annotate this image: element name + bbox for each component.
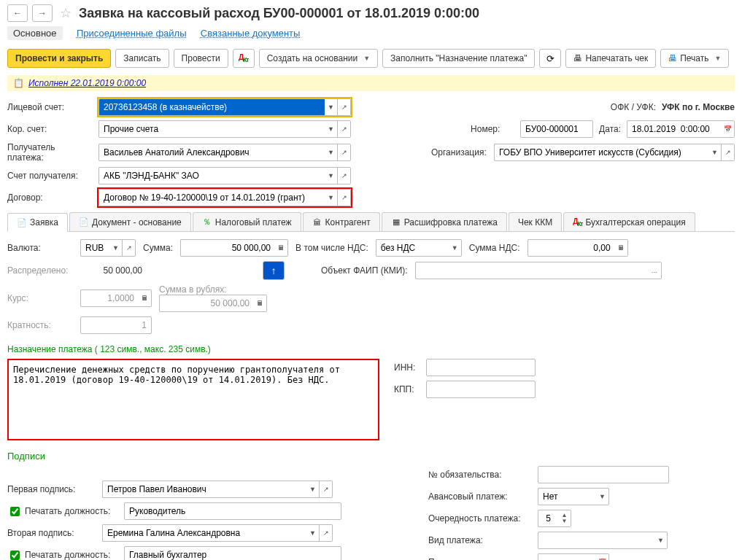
date-input[interactable]	[627, 120, 722, 138]
kpp-input[interactable]	[426, 381, 536, 398]
dropdown-icon[interactable]: ▼	[109, 239, 123, 257]
star-icon[interactable]: ☆	[57, 5, 74, 21]
spinner-icon[interactable]: ▲▼	[558, 510, 571, 527]
print-pos1-check[interactable]: Печатать должность:	[7, 505, 117, 518]
doc-icon: 📄	[17, 217, 27, 228]
fill-purpose-button[interactable]: Заполнить "Назначение платежа"	[382, 49, 535, 68]
sum-input[interactable]	[180, 239, 275, 257]
inn-input[interactable]	[426, 359, 536, 376]
pos2-input[interactable]	[124, 546, 341, 560]
vat-sum-input[interactable]	[527, 239, 615, 257]
account-input[interactable]	[98, 98, 325, 116]
open-icon[interactable]: ↗	[320, 481, 333, 498]
order-input[interactable]	[538, 510, 558, 527]
print-pos2-check[interactable]: Печатать должность:	[7, 548, 117, 561]
oblig-input[interactable]	[538, 466, 669, 483]
percent-icon: ％	[202, 217, 212, 228]
open-icon[interactable]: ↗	[338, 98, 351, 116]
currency-input[interactable]	[80, 239, 109, 257]
top-tab-linked[interactable]: Связанные документы	[201, 28, 301, 39]
tab-request[interactable]: 📄Заявка	[7, 213, 68, 232]
payee-input[interactable]	[98, 144, 325, 161]
status-link[interactable]: Исполнен 22.01.2019 0:00:00	[28, 78, 146, 88]
kor-input[interactable]	[98, 120, 325, 138]
dropdown-icon[interactable]: ▼	[708, 144, 722, 161]
top-tab-attached[interactable]: Присоединенные файлы	[77, 28, 187, 39]
tab-basis[interactable]: 📄Документ - основание	[69, 212, 191, 231]
payee-acc-input[interactable]	[98, 167, 325, 184]
pos1-input[interactable]	[124, 502, 341, 520]
open-icon[interactable]: ↗	[338, 144, 351, 161]
number-label: Номер:	[471, 124, 514, 134]
tab-kkm[interactable]: Чек ККМ	[509, 212, 562, 231]
dropdown-icon[interactable]: ▼	[325, 167, 338, 184]
post-button[interactable]: Провести	[174, 49, 228, 68]
faip-input[interactable]	[415, 262, 649, 279]
payee-combo[interactable]: ▼ ↗	[98, 144, 351, 161]
dropdown-icon[interactable]: ▼	[325, 120, 338, 138]
dropdown-icon[interactable]: ▼	[449, 239, 462, 257]
dropdown-icon[interactable]: ▼	[306, 481, 320, 498]
calc-icon[interactable]: 🖩	[275, 239, 288, 257]
dkt-icon-button[interactable]: ДКт	[233, 49, 255, 68]
tab-contractor[interactable]: 🏛Контрагент	[303, 212, 380, 231]
status-icon: 📋	[13, 78, 24, 88]
tab-accounting[interactable]: ДКтБухгалтерская операция	[563, 212, 695, 231]
advance-label: Авансовый платеж:	[428, 491, 530, 502]
rate-label: Курс:	[7, 293, 73, 303]
save-button[interactable]: Записать	[115, 49, 169, 68]
open-icon[interactable]: ↗	[320, 524, 333, 542]
post-and-close-button[interactable]: Провести и закрыть	[7, 49, 111, 68]
kor-combo[interactable]: ▼ ↗	[98, 120, 351, 138]
sign1-input[interactable]	[102, 481, 306, 498]
tab-decode[interactable]: ▦Расшифровка платежа	[382, 212, 507, 231]
advance-input[interactable]	[538, 488, 596, 505]
account-label: Лицевой счет:	[7, 102, 91, 112]
sign2-input[interactable]	[102, 524, 306, 542]
deadline-input[interactable]	[538, 553, 596, 560]
calendar-icon[interactable]: 📅	[596, 553, 609, 560]
contract-combo[interactable]: ▼ ↗	[98, 189, 351, 206]
nav-back[interactable]: ←	[7, 4, 28, 22]
print-cheque-button[interactable]: 🖶Напечатать чек	[565, 49, 656, 68]
ellipsis-icon[interactable]: …	[649, 262, 662, 279]
open-icon[interactable]: ↗	[338, 120, 351, 138]
refresh-icon-button[interactable]: ⟳	[539, 49, 561, 68]
org-input[interactable]	[494, 144, 708, 161]
payee-acc-label: Счет получателя:	[7, 171, 91, 181]
print-button[interactable]: 🖶Печать▼	[660, 49, 729, 68]
dropdown-icon[interactable]: ▼	[654, 532, 668, 549]
distributed-value: 50 000,00	[80, 265, 142, 276]
calc-icon[interactable]: 🖩	[615, 239, 628, 257]
number-input[interactable]	[520, 120, 593, 138]
dropdown-icon[interactable]: ▼	[325, 189, 338, 206]
payee-acc-combo[interactable]: ▼ ↗	[98, 167, 351, 184]
sign-header: Подписи	[7, 451, 735, 462]
contract-label: Договор:	[7, 192, 91, 203]
paytype-label: Вид платежа:	[428, 535, 530, 545]
dropdown-icon[interactable]: ▼	[325, 98, 338, 116]
up-arrow-button[interactable]: ↑	[263, 261, 285, 280]
paytype-input[interactable]	[538, 532, 654, 549]
purpose-textarea[interactable]: Перечисление денежных средств по поручен…	[7, 359, 379, 440]
tab-tax[interactable]: ％Налоговый платеж	[193, 212, 301, 231]
open-icon[interactable]: ↗	[123, 239, 136, 257]
deadline-label: Предельная дата исп.:	[428, 557, 530, 560]
account-combo[interactable]: ▼ ↗	[98, 98, 351, 116]
open-icon[interactable]: ↗	[338, 167, 351, 184]
vat-incl-input[interactable]	[376, 239, 449, 257]
dropdown-icon[interactable]: ▼	[596, 488, 609, 505]
open-icon[interactable]: ↗	[338, 189, 351, 206]
calendar-icon[interactable]: 📅	[722, 120, 735, 138]
printer-icon: 🖶	[668, 53, 677, 63]
dropdown-icon[interactable]: ▼	[306, 524, 320, 542]
open-icon[interactable]: ↗	[722, 144, 735, 161]
top-tab-main[interactable]: Основное	[7, 26, 63, 40]
cash-register-icon: 🖶	[573, 53, 582, 63]
doc-icon: 📄	[79, 217, 89, 228]
order-label: Очередность платежа:	[428, 513, 530, 524]
contract-input[interactable]	[98, 189, 325, 206]
nav-forward[interactable]: →	[32, 4, 53, 22]
dropdown-icon[interactable]: ▼	[325, 144, 338, 161]
create-based-button[interactable]: Создать на основании▼	[259, 49, 378, 68]
